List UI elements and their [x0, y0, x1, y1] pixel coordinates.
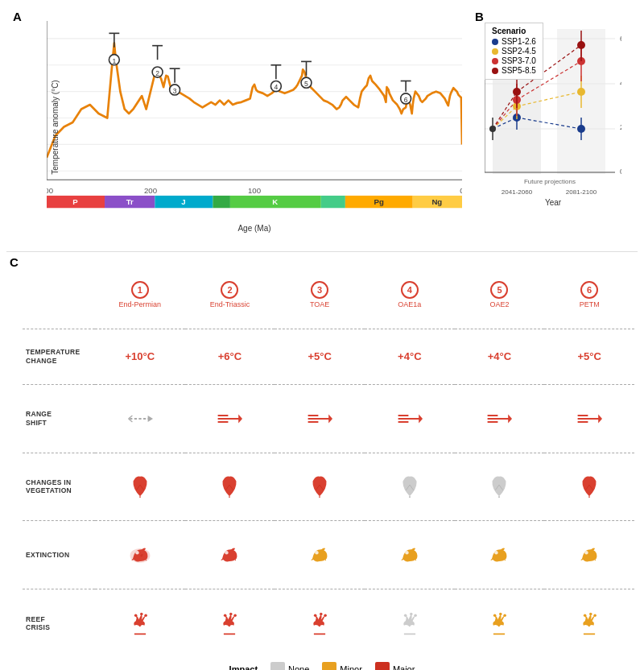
- impact-minor-swatch: [322, 662, 336, 670]
- leaf-major-3-icon: [307, 474, 332, 499]
- arrow-major-5-icon: [576, 406, 602, 432]
- arrow-major-4-icon: [486, 406, 512, 432]
- arrow-major-3-icon: [397, 406, 423, 432]
- event-header-4: 4 OAE1a: [365, 262, 455, 329]
- coral-major-3-icon: [307, 610, 332, 636]
- impact-major-item: Major: [375, 662, 415, 670]
- svg-rect-49: [321, 196, 345, 208]
- cell-range-6: [544, 384, 634, 453]
- cell-ext-5: [455, 520, 545, 589]
- cell-range-1: [95, 384, 185, 453]
- svg-point-145: [584, 551, 588, 554]
- svg-text:2041-2060: 2041-2060: [502, 188, 533, 196]
- legend-item-ssp3: SSP3-7.0: [492, 56, 536, 65]
- panel-b-x-label: Year: [485, 198, 621, 207]
- svg-point-152: [229, 613, 233, 616]
- legend-item-ssp5: SSP5-8.5: [492, 66, 536, 75]
- cell-veg-3: [275, 453, 365, 521]
- svg-point-146: [134, 614, 138, 618]
- coral-major-1-icon: [127, 610, 153, 636]
- cell-veg-1: [95, 453, 185, 521]
- impact-none-item: None: [270, 662, 309, 670]
- cell-temp-1: +10°C: [95, 329, 185, 384]
- legend-item-ssp1: SSP1-2.6: [492, 37, 536, 46]
- svg-marker-104: [239, 414, 243, 423]
- dino-minor-4-icon: [397, 542, 423, 568]
- coral-none-icon: [397, 610, 423, 636]
- svg-text:5: 5: [304, 80, 308, 88]
- svg-text:0: 0: [620, 168, 621, 176]
- svg-point-142: [315, 551, 318, 554]
- cell-ext-4: [365, 520, 455, 589]
- cell-temp-3: +5°C: [275, 329, 365, 384]
- impact-minor-label: Minor: [340, 664, 362, 670]
- event-header-1: 1 End-Permian: [95, 262, 185, 329]
- svg-point-153: [234, 614, 237, 618]
- svg-point-161: [404, 614, 407, 618]
- event-name-6: PETM: [580, 300, 600, 309]
- cell-reef-2: [185, 589, 275, 657]
- cell-range-4: [365, 384, 455, 453]
- scenario-legend-title: Scenario: [492, 27, 536, 35]
- legend-item-ssp2: SSP2-4.5: [492, 47, 536, 56]
- svg-text:J: J: [181, 197, 185, 206]
- svg-marker-98: [147, 416, 152, 422]
- svg-text:Future projections: Future projections: [524, 178, 576, 185]
- event-number-3: 3: [311, 281, 328, 299]
- coral-major-2-icon: [217, 610, 242, 636]
- svg-text:Pg: Pg: [374, 197, 384, 206]
- svg-text:6: 6: [620, 35, 621, 43]
- cell-ext-3: [275, 520, 365, 589]
- event-number-1: 1: [131, 281, 149, 299]
- svg-point-167: [499, 613, 502, 616]
- cell-temp-5: +4°C: [455, 329, 545, 384]
- ssp1-dot: [492, 39, 498, 45]
- cell-temp-4: +4°C: [365, 329, 455, 384]
- svg-point-173: [593, 614, 597, 618]
- svg-point-158: [324, 614, 327, 618]
- svg-text:300: 300: [47, 186, 54, 195]
- cell-reef-1: [95, 589, 185, 657]
- coral-minor-6-icon: [576, 610, 602, 636]
- arrow-none-icon: [127, 406, 153, 432]
- event-name-4: OAE1a: [398, 300, 421, 309]
- arrow-major-2-icon: [307, 406, 332, 432]
- svg-text:6: 6: [404, 96, 408, 104]
- impact-major-label: Major: [393, 664, 415, 670]
- panel-a: A Temperature anomaly (°C) 20 15 10 5 0 …: [6, 6, 469, 248]
- svg-point-141: [225, 551, 229, 554]
- panel-a-x-label: Age (Ma): [47, 224, 462, 233]
- arrow-major-icon: [217, 406, 242, 432]
- svg-text:Tr: Tr: [126, 197, 134, 206]
- svg-point-143: [405, 551, 408, 554]
- leaf-major-2-icon: [217, 474, 242, 499]
- event-number-5: 5: [490, 281, 508, 299]
- svg-text:2081-2100: 2081-2100: [566, 188, 597, 196]
- event-header-5: 5 OAE2: [455, 262, 545, 329]
- svg-point-147: [140, 613, 143, 616]
- svg-point-140: [135, 551, 138, 554]
- cell-ext-2: [185, 520, 275, 589]
- event-name-5: OAE2: [489, 300, 509, 309]
- header-empty: [23, 262, 95, 329]
- svg-point-162: [410, 613, 413, 616]
- cell-range-3: [275, 384, 365, 453]
- svg-text:4: 4: [274, 83, 278, 91]
- svg-marker-112: [419, 414, 423, 423]
- panel-b-label: B: [475, 10, 484, 23]
- svg-text:100: 100: [248, 186, 262, 195]
- cell-reef-5: [455, 589, 545, 657]
- event-name-3: TOAE: [310, 300, 329, 309]
- leaf-major-1-icon: [127, 474, 153, 499]
- cell-ext-6: [544, 520, 634, 589]
- svg-marker-120: [598, 414, 602, 423]
- svg-text:2: 2: [155, 69, 159, 77]
- svg-point-171: [584, 614, 587, 618]
- svg-marker-108: [328, 414, 332, 423]
- ssp5-dot: [492, 68, 498, 74]
- event-number-4: 4: [401, 281, 419, 299]
- svg-rect-46: [213, 196, 230, 208]
- cell-veg-2: [185, 453, 275, 521]
- row-label-range: RANGESHIFT: [23, 384, 95, 453]
- svg-text:K: K: [272, 197, 278, 206]
